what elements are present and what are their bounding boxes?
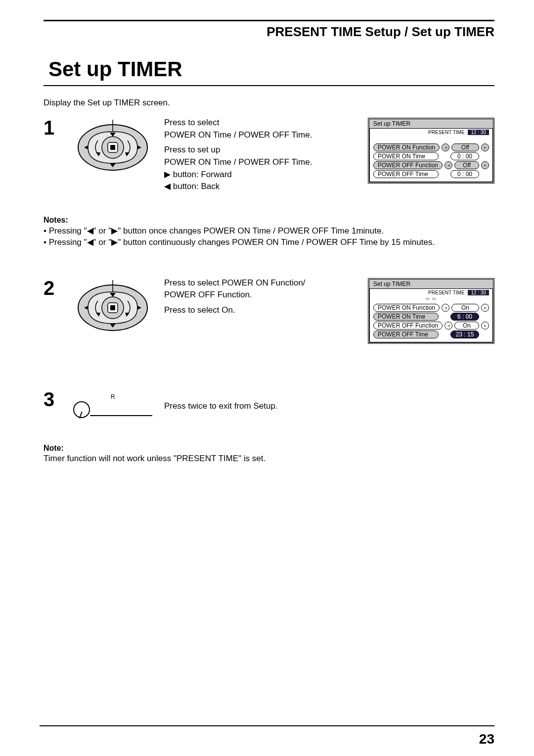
osd-row-label: POWER ON Function [373,143,440,151]
osd-row-value: Off [451,143,479,151]
osd-row-value: 6 : 00 [450,313,479,321]
left-arrow-icon: ◀ [87,226,93,236]
top-rule [44,20,494,21]
bottom-rule [40,725,494,726]
osd-row: POWER OFF Function◃Off▹ [373,161,489,169]
notes-bullet: • Pressing "◀" or "▶" button continuousl… [44,237,494,247]
svg-rect-3 [110,145,115,150]
step2-line: Press to select On. [164,304,305,317]
breadcrumb: PRESENT TIME Setup / Set up TIMER [44,24,494,40]
step-3-number: 3 [44,388,61,411]
osd-row-value: Off [454,161,479,169]
osd-title: Set up TIMER [369,280,493,289]
osd-left-arrow-icon: ◃ [445,322,452,330]
osd-title: Set up TIMER [369,119,493,129]
osd-row: POWER ON Time◃0 : 00▹ [373,152,489,160]
page-title: Set up TIMER [48,57,494,81]
osd-body: POWER ON Function◃Off▹POWER ON Time◃0 : … [369,141,493,182]
osd-present-time: PRESENT TIME 12 : 30 [369,289,493,295]
osd-row-value: On [454,322,479,330]
osd-time-badge: 12 : 30 [468,130,489,135]
step-1-number: 1 [44,117,61,139]
forward-arrow-icon: ▶ [164,170,171,179]
osd-row-label: POWER OFF Function [373,322,443,330]
osd-left-arrow-icon: ◃ [442,304,449,312]
r-button-label: R [111,393,115,400]
right-arrow-icon: ▶ [111,237,118,247]
osd-body: POWER ON Function◃On▹POWER ON Time◃6 : 0… [369,301,493,342]
osd-row-value: On [451,304,479,312]
step-1-row: 1 Press to select POWER ON Time / POWE [44,117,494,193]
osd-right-arrow-icon: ▹ [481,322,489,330]
page-number: 23 [479,731,494,747]
osd-paginator: ▭ ▭ [369,296,493,301]
osd-row: POWER OFF Time◃23 : 15▹ [373,331,489,338]
osd-present-time: PRESENT TIME 12 : 30 [369,129,493,135]
step1-line: ◀ button: Back [164,181,312,193]
step-3-text: Press twice to exit from Setup. [164,400,278,413]
osd-panel-2: Set up TIMER PRESENT TIME 12 : 30 ▭ ▭ PO… [368,278,494,344]
osd-row-label: POWER ON Function [373,304,440,312]
r-button-circle-icon [73,401,90,418]
intro-text: Display the Set up TIMER screen. [44,98,494,108]
notes-heading: Notes: [44,216,494,225]
osd-row: POWER OFF Function◃On▹ [373,322,489,330]
step-2-text: Press to select POWER ON Function/ POWER… [164,277,305,317]
title-underline [44,85,494,86]
osd-row-label: POWER OFF Function [373,161,443,169]
osd-panel-1: Set up TIMER PRESENT TIME 12 : 30 ▭ ▭ PO… [368,118,494,184]
notes-bullet: • Pressing "◀" or "▶" button once change… [44,226,494,236]
osd-row: POWER ON Function◃Off▹ [373,143,489,151]
step1-line: Press to select [164,117,312,129]
osd-right-arrow-icon: ▹ [481,304,489,312]
step-2-row: 2 Press to select POWER ON Function/ POW… [44,277,494,344]
step1-line: Press to set up [164,144,312,156]
osd-row-label: POWER ON Time [373,313,439,321]
note-heading: Note: [44,444,494,453]
osd-row-label: POWER OFF Time [373,170,439,178]
osd-row-value: 23 : 15 [450,331,479,338]
step2-line: Press to select POWER ON Function/ [164,277,305,289]
step1-line: POWER ON Time / POWER OFF Time. [164,156,312,169]
remote-dpad-icon [73,117,152,176]
right-arrow-icon: ▶ [111,226,118,236]
left-arrow-icon: ◀ [87,237,93,247]
osd-row-value: 0 : 00 [450,152,479,160]
osd-row-value: 0 : 00 [450,170,479,178]
step-1-text: Press to select POWER ON Time / POWER OF… [164,117,312,193]
osd-row-label: POWER ON Time [373,152,439,160]
r-button-icon: R [73,388,152,418]
osd-left-arrow-icon: ◃ [445,161,452,169]
back-arrow-icon: ◀ [164,182,171,191]
osd-time-badge: 12 : 30 [468,290,489,295]
osd-right-arrow-icon: ▹ [481,143,489,151]
osd-row: POWER ON Function◃On▹ [373,304,489,312]
step1-line: POWER ON Time / POWER OFF Time. [164,129,312,142]
step-3-row: 3 R Press twice to exit from Setup. [44,388,494,418]
osd-right-arrow-icon: ▹ [481,161,489,169]
osd-row: POWER OFF Time◃0 : 00▹ [373,170,489,178]
svg-rect-14 [110,305,115,310]
leader-line [90,415,152,416]
osd-row: POWER ON Time◃6 : 00▹ [373,313,489,321]
osd-row-label: POWER OFF Time [373,331,439,338]
remote-dpad-icon [73,277,152,336]
step1-line: ▶ button: Forward [164,169,312,181]
osd-left-arrow-icon: ◃ [442,143,449,151]
note-text: Timer function will not work unless "PRE… [44,454,494,464]
step2-line: POWER OFF Function. [164,289,305,301]
step-2-number: 2 [44,277,61,299]
